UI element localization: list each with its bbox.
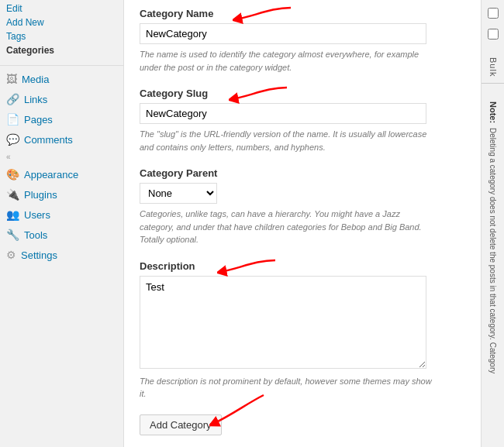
comments-icon: 💬 bbox=[6, 133, 19, 146]
sidebar-item-appearance-label: Appearance bbox=[24, 169, 78, 181]
users-icon: 👥 bbox=[6, 208, 19, 221]
checkbox-input-1[interactable] bbox=[488, 8, 499, 19]
tools-icon: 🔧 bbox=[6, 229, 19, 241]
category-slug-help: The "slug" is the URL-friendly version o… bbox=[140, 128, 434, 153]
category-parent-label: Category Parent bbox=[140, 167, 465, 179]
sidebar-item-tools-label: Tools bbox=[24, 229, 47, 241]
sidebar-item-tools[interactable]: 🔧 Tools bbox=[0, 225, 123, 245]
arrow-category-slug bbox=[229, 80, 291, 111]
category-name-help: The name is used to identify the categor… bbox=[140, 48, 434, 74]
arrow-add-button bbox=[209, 391, 271, 430]
sidebar-item-comments-label: Comments bbox=[24, 134, 73, 146]
arrow-description bbox=[217, 253, 279, 284]
category-parent-select[interactable]: None bbox=[140, 183, 217, 204]
description-help: The description is not prominent by defa… bbox=[140, 375, 434, 401]
sidebar-item-links[interactable]: 🔗 Links bbox=[0, 89, 123, 109]
sidebar-item-media-label: Media bbox=[22, 74, 49, 85]
sidebar-divider-1 bbox=[0, 65, 123, 66]
sidebar-item-media[interactable]: 🖼 Media bbox=[0, 69, 123, 89]
checkbox-input-2[interactable] bbox=[488, 29, 499, 40]
sidebar-item-settings[interactable]: ⚙ Settings bbox=[0, 245, 123, 265]
links-icon: 🔗 bbox=[6, 93, 19, 105]
sidebar-item-pages-label: Pages bbox=[24, 114, 53, 126]
sidebar-item-comments[interactable]: 💬 Comments bbox=[0, 129, 123, 150]
description-label: Description bbox=[140, 260, 195, 272]
bulk-label: Bulk bbox=[488, 57, 498, 77]
plugins-icon: 🔌 bbox=[6, 188, 19, 201]
sidebar-item-pages[interactable]: 📄 Pages bbox=[0, 109, 123, 129]
media-icon: 🖼 bbox=[6, 73, 17, 85]
category-parent-help: Categories, unlike tags, can have a hier… bbox=[140, 208, 434, 246]
sidebar: Edit Add New Tags Categories 🖼 Media 🔗 L… bbox=[0, 0, 124, 447]
sidebar-item-links-label: Links bbox=[24, 94, 47, 105]
checkbox-1[interactable] bbox=[488, 8, 499, 21]
right-panel: Bulk Note: Deleting a category does not … bbox=[481, 0, 504, 447]
sidebar-item-plugins-label: Plugins bbox=[24, 189, 57, 201]
description-textarea[interactable]: Test bbox=[140, 276, 426, 369]
category-slug-label: Category Slug bbox=[140, 88, 208, 99]
note-text: Deleting a category does not delete the … bbox=[488, 128, 497, 373]
sidebar-top-links: Edit Add New Tags Categories bbox=[0, 0, 123, 62]
sidebar-link-categories[interactable]: Categories bbox=[6, 43, 117, 57]
note-label: Note: bbox=[488, 101, 498, 123]
category-name-label: Category Name bbox=[140, 8, 213, 19]
collapse-arrow[interactable]: « bbox=[0, 150, 123, 164]
sidebar-item-users-label: Users bbox=[24, 209, 50, 221]
sidebar-link-tags[interactable]: Tags bbox=[6, 29, 117, 43]
sidebar-item-appearance[interactable]: 🎨 Appearance bbox=[0, 164, 123, 184]
checkbox-2[interactable] bbox=[488, 29, 499, 42]
settings-icon: ⚙ bbox=[6, 249, 16, 261]
sidebar-item-settings-label: Settings bbox=[21, 249, 57, 261]
main-content: Category Name The name is used to identi… bbox=[124, 0, 481, 447]
arrow-category-name bbox=[233, 0, 295, 31]
sidebar-link-edit[interactable]: Edit bbox=[6, 2, 117, 15]
sidebar-item-users[interactable]: 👥 Users bbox=[0, 205, 123, 225]
sidebar-item-plugins[interactable]: 🔌 Plugins bbox=[0, 184, 123, 205]
pages-icon: 📄 bbox=[6, 113, 19, 126]
sidebar-link-add-new[interactable]: Add New bbox=[6, 15, 117, 29]
appearance-icon: 🎨 bbox=[6, 168, 19, 181]
